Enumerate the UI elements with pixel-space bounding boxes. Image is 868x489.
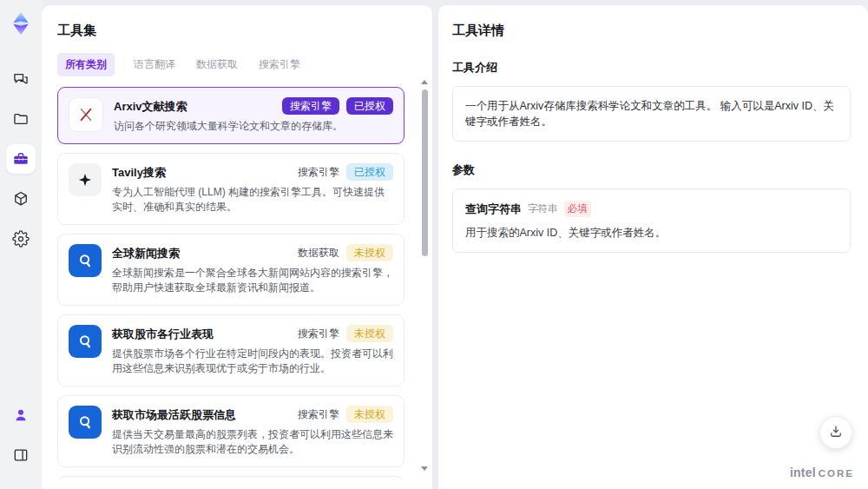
user-icon: [12, 406, 30, 424]
tool-title: Arxiv文献搜索: [114, 97, 187, 114]
scrollbar-up-arrow[interactable]: [421, 80, 428, 84]
auth-status-badge: 未授权: [346, 406, 393, 423]
auth-status-badge: 未授权: [346, 244, 393, 261]
tool-card-tavily[interactable]: Tavily搜索 搜索引擎 已授权 专为人工智能代理 (LLM) 构建的搜索引擎…: [57, 153, 404, 225]
category-tabs: 所有类别 语言翻译 数据获取 搜索引擎: [57, 53, 417, 76]
category-badge: 搜索引擎: [282, 97, 339, 115]
download-icon: [828, 424, 844, 442]
param-box: 查询字符串 字符串 必填 用于搜索的Arxiv ID、关键字或作者姓名。: [452, 188, 851, 253]
tab-data-retrieval[interactable]: 数据获取: [194, 53, 240, 76]
scrollbar-down-arrow[interactable]: [421, 466, 428, 471]
tool-description: 全球新闻搜索是一个聚合全球各大新闻网站内容的搜索引擎，帮助用户快速获取全球最新资…: [112, 266, 393, 295]
tool-title: 全球新闻搜索: [112, 244, 180, 261]
intel-logo-text: intel: [790, 466, 816, 479]
category-label: 搜索引擎: [298, 407, 339, 422]
tool-card-sector-performance[interactable]: 获取股市各行业表现 搜索引擎 未授权 提供股票市场各个行业在特定时间段内的表现。…: [57, 314, 404, 387]
layout-panel-icon: [12, 446, 30, 464]
tool-description: 提供股票市场各个行业在特定时间段内的表现。投资者可以利用这些信息来识别表现优于或…: [112, 347, 393, 376]
sidebar-item-tools[interactable]: [6, 144, 36, 174]
tool-card-regional-news[interactable]: 万维地区新闻查询 搜索引擎 未授权 查询具体行政区划内的新闻，快速了解各地新闻动: [57, 476, 404, 479]
scrollbar[interactable]: [419, 80, 430, 481]
blue-search-icon: [69, 244, 102, 277]
folder-icon: [12, 110, 30, 128]
param-name: 查询字符串: [465, 202, 522, 217]
chat-icon: [12, 70, 30, 88]
sidebar-item-settings[interactable]: [6, 224, 36, 254]
tool-title: 获取市场最活跃股票信息: [112, 406, 236, 422]
panel-divider: [432, 0, 438, 489]
intro-text: 一个用于从Arxiv存储库搜索科学论文和文章的工具。 输入可以是Arxiv ID…: [465, 98, 838, 129]
category-label: 数据获取: [298, 246, 339, 261]
sidebar-item-collapse[interactable]: [6, 440, 36, 470]
details-title: 工具详情: [452, 23, 851, 39]
tool-description: 提供当天交易量最高的股票列表，投资者可以利用这些信息来识别流动性强的股票和潜在的…: [112, 427, 393, 457]
auth-status-badge: 已授权: [346, 163, 393, 181]
category-label: 搜索引擎: [298, 165, 339, 180]
tool-details-panel: 工具详情 工具介绍 一个用于从Arxiv存储库搜索科学论文和文章的工具。 输入可…: [438, 5, 868, 489]
tool-title: Tavily搜索: [112, 163, 166, 180]
tool-description: 访问各个研究领域大量科学论文和文章的存储库。: [114, 119, 393, 134]
auth-status-badge: 已授权: [346, 97, 393, 115]
sidebar-item-packages[interactable]: [6, 184, 36, 214]
core-logo-text: CORE: [819, 468, 854, 479]
tool-title: 获取股市各行业表现: [112, 325, 214, 341]
settings-gear-icon: [12, 230, 30, 248]
param-required-badge: 必填: [564, 201, 591, 217]
blue-search-icon: [69, 325, 102, 358]
app-logo: [6, 9, 36, 38]
tool-card-active-stocks[interactable]: 获取市场最活跃股票信息 搜索引擎 未授权 提供当天交易量最高的股票列表，投资者可…: [57, 395, 404, 467]
tab-search-engine[interactable]: 搜索引擎: [257, 53, 302, 76]
param-type: 字符串: [528, 202, 558, 215]
intel-core-logo: intel CORE: [790, 466, 854, 479]
intro-heading: 工具介绍: [452, 60, 851, 76]
scrollbar-thumb[interactable]: [422, 89, 428, 256]
auth-status-badge: 未授权: [346, 325, 393, 342]
sidebar: [0, 0, 42, 489]
tool-card-arxiv[interactable]: Arxiv文献搜索 搜索引擎 已授权 访问各个研究领域大量科学论文和文章的存储库…: [57, 87, 404, 144]
arxiv-icon: [69, 97, 103, 132]
cube-icon: [12, 190, 30, 208]
tool-list: Arxiv文献搜索 搜索引擎 已授权 访问各个研究领域大量科学论文和文章的存储库…: [57, 87, 417, 479]
tool-list-panel: 工具集 所有类别 语言翻译 数据获取 搜索引擎 Arxiv文献搜索: [42, 5, 432, 489]
page-title: 工具集: [57, 23, 417, 39]
category-label: 搜索引擎: [298, 327, 339, 341]
sidebar-item-files[interactable]: [6, 104, 36, 134]
sidebar-item-chat[interactable]: [6, 64, 36, 94]
tab-all-categories[interactable]: 所有类别: [57, 53, 115, 76]
sidebar-item-account[interactable]: [6, 400, 36, 430]
download-button[interactable]: [819, 416, 852, 449]
param-description: 用于搜索的Arxiv ID、关键字或作者姓名。: [465, 226, 838, 241]
params-heading: 参数: [452, 162, 851, 178]
tool-card-global-news[interactable]: 全球新闻搜索 数据获取 未授权 全球新闻搜索是一个聚合全球各大新闻网站内容的搜索…: [57, 234, 404, 306]
app-window: 工具集 所有类别 语言翻译 数据获取 搜索引擎 Arxiv文献搜索: [0, 0, 868, 489]
tool-description: 专为人工智能代理 (LLM) 构建的搜索引擎工具。可快速提供实时、准确和真实的结…: [112, 185, 393, 215]
toolbox-icon: [12, 150, 30, 168]
tab-translation[interactable]: 语言翻译: [132, 53, 177, 76]
tavily-star-icon: [69, 163, 102, 196]
intro-box: 一个用于从Arxiv存储库搜索科学论文和文章的工具。 输入可以是Arxiv ID…: [452, 86, 851, 142]
blue-search-icon: [69, 406, 102, 439]
